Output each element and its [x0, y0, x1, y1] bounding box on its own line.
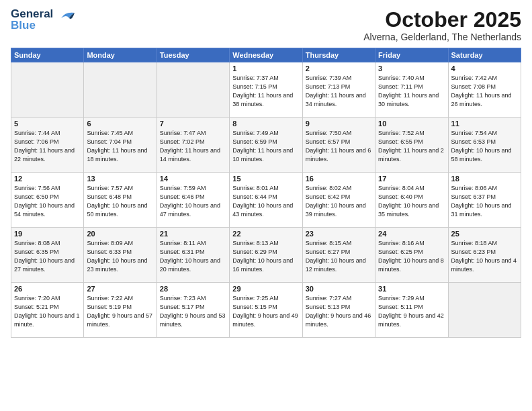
day-info: Sunrise: 7:50 AM Sunset: 6:57 PM Dayligh… — [306, 129, 372, 164]
day-number: 30 — [306, 285, 372, 293]
day-cell: 11Sunrise: 7:54 AM Sunset: 6:53 PM Dayli… — [448, 118, 521, 173]
day-cell: 25Sunrise: 8:18 AM Sunset: 6:23 PM Dayli… — [448, 228, 521, 283]
day-info: Sunrise: 8:06 AM Sunset: 6:37 PM Dayligh… — [451, 184, 518, 219]
day-number: 29 — [232, 285, 299, 293]
day-cell: 29Sunrise: 7:25 AM Sunset: 5:15 PM Dayli… — [230, 283, 302, 338]
header-sunday: Sunday — [11, 48, 84, 62]
day-number: 1 — [232, 64, 299, 73]
day-cell: 13Sunrise: 7:57 AM Sunset: 6:48 PM Dayli… — [84, 173, 157, 228]
day-number: 21 — [160, 230, 226, 238]
day-cell: 28Sunrise: 7:23 AM Sunset: 5:17 PM Dayli… — [157, 283, 229, 338]
day-number: 11 — [451, 120, 518, 128]
day-cell: 26Sunrise: 7:20 AM Sunset: 5:21 PM Dayli… — [11, 283, 84, 338]
day-number: 31 — [378, 285, 445, 293]
day-info: Sunrise: 8:18 AM Sunset: 6:23 PM Dayligh… — [451, 239, 518, 274]
day-cell: 21Sunrise: 8:11 AM Sunset: 6:31 PM Dayli… — [157, 228, 229, 283]
day-number: 17 — [378, 175, 445, 183]
day-number: 24 — [378, 230, 445, 238]
logo-blue: Blue — [11, 19, 53, 31]
day-number: 7 — [160, 120, 226, 128]
day-info: Sunrise: 8:08 AM Sunset: 6:35 PM Dayligh… — [14, 239, 81, 274]
day-number: 23 — [306, 230, 372, 238]
day-number: 14 — [160, 175, 226, 183]
day-number: 5 — [14, 120, 81, 128]
logo-bird-icon — [56, 6, 77, 28]
day-cell: 3Sunrise: 7:40 AM Sunset: 7:11 PM Daylig… — [375, 62, 448, 118]
day-cell: 16Sunrise: 8:02 AM Sunset: 6:42 PM Dayli… — [302, 173, 375, 228]
day-number: 10 — [378, 120, 445, 128]
week-row-1: 1Sunrise: 7:37 AM Sunset: 7:15 PM Daylig… — [11, 62, 521, 118]
day-cell: 1Sunrise: 7:37 AM Sunset: 7:15 PM Daylig… — [230, 62, 302, 118]
day-cell: 22Sunrise: 8:13 AM Sunset: 6:29 PM Dayli… — [230, 228, 302, 283]
day-cell: 17Sunrise: 8:04 AM Sunset: 6:40 PM Dayli… — [375, 173, 448, 228]
subtitle: Alverna, Gelderland, The Netherlands — [363, 32, 521, 42]
day-number: 9 — [306, 120, 372, 128]
day-info: Sunrise: 7:54 AM Sunset: 6:53 PM Dayligh… — [451, 129, 518, 164]
day-cell — [11, 62, 84, 118]
page: General Blue October 2025 Alverna, Gelde… — [0, 0, 532, 411]
day-cell: 27Sunrise: 7:22 AM Sunset: 5:19 PM Dayli… — [84, 283, 157, 338]
day-info: Sunrise: 8:01 AM Sunset: 6:44 PM Dayligh… — [232, 184, 299, 219]
day-info: Sunrise: 7:23 AM Sunset: 5:17 PM Dayligh… — [160, 294, 226, 329]
day-cell — [84, 62, 157, 118]
day-number: 20 — [87, 230, 153, 238]
day-info: Sunrise: 8:13 AM Sunset: 6:29 PM Dayligh… — [232, 239, 299, 274]
day-cell: 4Sunrise: 7:42 AM Sunset: 7:08 PM Daylig… — [448, 62, 521, 118]
day-info: Sunrise: 7:27 AM Sunset: 5:13 PM Dayligh… — [306, 294, 372, 329]
week-row-2: 5Sunrise: 7:44 AM Sunset: 7:06 PM Daylig… — [11, 118, 521, 173]
header-row: Sunday Monday Tuesday Wednesday Thursday… — [11, 48, 521, 62]
day-info: Sunrise: 8:04 AM Sunset: 6:40 PM Dayligh… — [378, 184, 445, 219]
header-tuesday: Tuesday — [157, 48, 229, 62]
day-number: 13 — [87, 175, 153, 183]
day-cell: 31Sunrise: 7:29 AM Sunset: 5:11 PM Dayli… — [375, 283, 448, 338]
day-number: 8 — [232, 120, 299, 128]
day-cell: 2Sunrise: 7:39 AM Sunset: 7:13 PM Daylig… — [302, 62, 375, 118]
header-wednesday: Wednesday — [230, 48, 302, 62]
week-row-3: 12Sunrise: 7:56 AM Sunset: 6:50 PM Dayli… — [11, 173, 521, 228]
day-info: Sunrise: 7:57 AM Sunset: 6:48 PM Dayligh… — [87, 184, 153, 219]
day-cell: 8Sunrise: 7:49 AM Sunset: 6:59 PM Daylig… — [230, 118, 302, 173]
day-number: 16 — [306, 175, 372, 183]
logo-general: General — [11, 8, 53, 19]
title-block: October 2025 Alverna, Gelderland, The Ne… — [363, 8, 521, 42]
day-info: Sunrise: 7:40 AM Sunset: 7:11 PM Dayligh… — [378, 74, 445, 109]
day-cell: 12Sunrise: 7:56 AM Sunset: 6:50 PM Dayli… — [11, 173, 84, 228]
day-cell: 6Sunrise: 7:45 AM Sunset: 7:04 PM Daylig… — [84, 118, 157, 173]
day-number: 18 — [451, 175, 518, 183]
day-info: Sunrise: 7:29 AM Sunset: 5:11 PM Dayligh… — [378, 294, 445, 329]
day-info: Sunrise: 8:15 AM Sunset: 6:27 PM Dayligh… — [306, 239, 372, 274]
day-number: 22 — [232, 230, 299, 238]
day-cell: 9Sunrise: 7:50 AM Sunset: 6:57 PM Daylig… — [302, 118, 375, 173]
day-info: Sunrise: 7:45 AM Sunset: 7:04 PM Dayligh… — [87, 129, 153, 164]
day-info: Sunrise: 7:39 AM Sunset: 7:13 PM Dayligh… — [306, 74, 372, 109]
header-saturday: Saturday — [448, 48, 521, 62]
week-row-5: 26Sunrise: 7:20 AM Sunset: 5:21 PM Dayli… — [11, 283, 521, 338]
day-cell: 10Sunrise: 7:52 AM Sunset: 6:55 PM Dayli… — [375, 118, 448, 173]
header-friday: Friday — [375, 48, 448, 62]
day-cell: 14Sunrise: 7:59 AM Sunset: 6:46 PM Dayli… — [157, 173, 229, 228]
day-number: 19 — [14, 230, 81, 238]
day-number: 6 — [87, 120, 153, 128]
header-monday: Monday — [84, 48, 157, 62]
logo: General Blue — [11, 8, 77, 31]
day-number: 3 — [378, 64, 445, 73]
day-cell: 30Sunrise: 7:27 AM Sunset: 5:13 PM Dayli… — [302, 283, 375, 338]
day-info: Sunrise: 7:44 AM Sunset: 7:06 PM Dayligh… — [14, 129, 81, 164]
week-row-4: 19Sunrise: 8:08 AM Sunset: 6:35 PM Dayli… — [11, 228, 521, 283]
day-info: Sunrise: 7:56 AM Sunset: 6:50 PM Dayligh… — [14, 184, 81, 219]
day-info: Sunrise: 8:16 AM Sunset: 6:25 PM Dayligh… — [378, 239, 445, 274]
day-cell: 5Sunrise: 7:44 AM Sunset: 7:06 PM Daylig… — [11, 118, 84, 173]
day-cell: 7Sunrise: 7:47 AM Sunset: 7:02 PM Daylig… — [157, 118, 229, 173]
day-cell: 20Sunrise: 8:09 AM Sunset: 6:33 PM Dayli… — [84, 228, 157, 283]
day-cell: 15Sunrise: 8:01 AM Sunset: 6:44 PM Dayli… — [230, 173, 302, 228]
day-number: 27 — [87, 285, 153, 293]
calendar-table: Sunday Monday Tuesday Wednesday Thursday… — [11, 48, 521, 338]
day-info: Sunrise: 8:09 AM Sunset: 6:33 PM Dayligh… — [87, 239, 153, 274]
day-number: 12 — [14, 175, 81, 183]
header: General Blue October 2025 Alverna, Gelde… — [11, 8, 521, 42]
day-number: 25 — [451, 230, 518, 238]
day-info: Sunrise: 7:22 AM Sunset: 5:19 PM Dayligh… — [87, 294, 153, 329]
day-info: Sunrise: 7:49 AM Sunset: 6:59 PM Dayligh… — [232, 129, 299, 164]
day-number: 4 — [451, 64, 518, 73]
day-info: Sunrise: 7:42 AM Sunset: 7:08 PM Dayligh… — [451, 74, 518, 109]
